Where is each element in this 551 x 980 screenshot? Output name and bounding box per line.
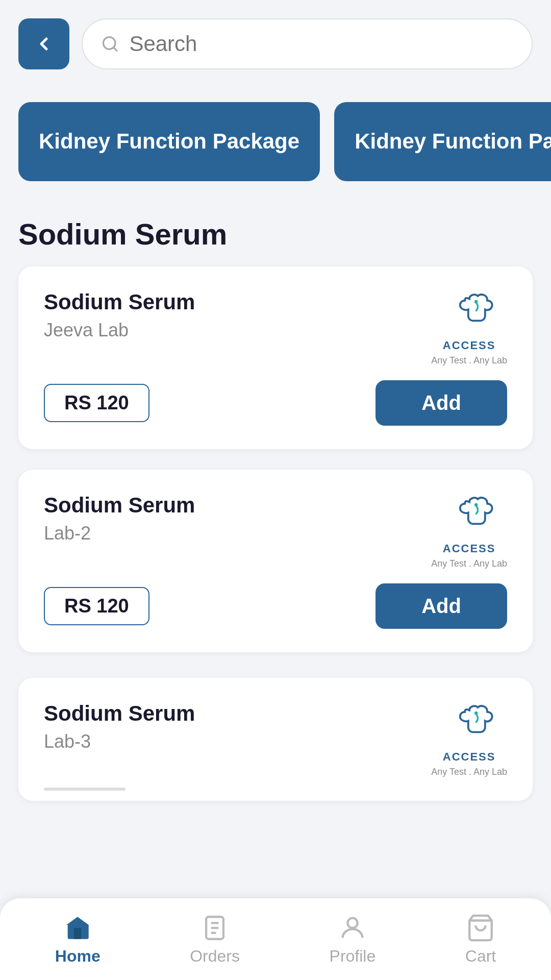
add-button-0[interactable]: Add: [375, 380, 507, 426]
access-logo-icon-1: [441, 493, 497, 539]
lab-card-top-0: Sodium Serum Jeeva Lab ACCESS Any Test .…: [44, 290, 507, 366]
lab-card-lab-1: Lab-2: [44, 523, 195, 544]
bottom-nav: Home Orders Profile Cart: [0, 898, 551, 980]
lab-card-top-2: Sodium Serum Lab-3 ACCESS Any Test . Any…: [44, 701, 507, 777]
nav-item-home[interactable]: Home: [55, 913, 101, 966]
package-card-2[interactable]: Kidney Function Package: [334, 102, 551, 181]
package-card-label-1: Kidney Function Package: [39, 128, 299, 156]
lab-card-top-1: Sodium Serum Lab-2 ACCESS Any Test . Any…: [44, 493, 507, 569]
package-card-label-2: Kidney Function Package: [355, 128, 551, 156]
lab-logo-text-2: ACCESS: [443, 750, 496, 764]
lab-card-2-partial: Sodium Serum Lab-3 ACCESS Any Test . Any…: [18, 678, 533, 801]
add-button-1[interactable]: Add: [375, 583, 507, 629]
svg-point-4: [474, 711, 478, 715]
access-logo-icon-2: [441, 701, 497, 747]
header: [0, 0, 551, 82]
svg-line-1: [114, 47, 117, 51]
price-badge-0: RS 120: [44, 384, 149, 422]
search-input[interactable]: [129, 32, 513, 56]
lab-logo-2: ACCESS Any Test . Any Lab: [431, 701, 507, 777]
access-logo-icon-0: [441, 290, 497, 336]
lab-logo-subtext-2: Any Test . Any Lab: [431, 767, 507, 777]
lab-logo-1: ACCESS Any Test . Any Lab: [431, 493, 507, 569]
svg-point-3: [474, 503, 478, 506]
lab-logo-text-0: ACCESS: [443, 339, 496, 352]
lab-logo-subtext-0: Any Test . Any Lab: [431, 355, 507, 366]
package-card-1[interactable]: Kidney Function Package: [18, 102, 320, 181]
lab-logo-text-1: ACCESS: [443, 542, 496, 555]
lab-card-lab-2: Lab-3: [44, 731, 195, 752]
lab-card-info-0: Sodium Serum Jeeva Lab: [44, 290, 195, 341]
lab-card-0: Sodium Serum Jeeva Lab ACCESS Any Test .…: [18, 266, 533, 449]
home-icon: [63, 913, 92, 943]
lab-logo-subtext-1: Any Test . Any Lab: [431, 558, 507, 569]
lab-card-name-2: Sodium Serum: [44, 701, 195, 726]
lab-card-bottom-1: RS 120 Add: [44, 583, 507, 629]
orders-icon: [200, 913, 230, 943]
lab-card-info-2: Sodium Serum Lab-3: [44, 701, 195, 752]
lab-card-bottom-0: RS 120 Add: [44, 380, 507, 426]
packages-carousel: Kidney Function Package Kidney Function …: [0, 82, 551, 191]
price-badge-1: RS 120: [44, 587, 149, 625]
cart-icon: [466, 913, 495, 943]
cards-container: Sodium Serum Jeeva Lab ACCESS Any Test .…: [0, 261, 551, 657]
nav-label-cart: Cart: [465, 947, 496, 966]
svg-point-9: [347, 918, 357, 927]
lab-card-lab-0: Jeeva Lab: [44, 320, 195, 341]
search-icon: [101, 34, 119, 54]
nav-item-cart[interactable]: Cart: [465, 913, 496, 966]
svg-point-2: [474, 300, 478, 303]
back-button[interactable]: [18, 18, 69, 69]
lab-logo-0: ACCESS Any Test . Any Lab: [431, 290, 507, 366]
lab-card-info-1: Sodium Serum Lab-2: [44, 493, 195, 544]
nav-item-profile[interactable]: Profile: [330, 913, 376, 966]
nav-label-orders: Orders: [190, 947, 240, 966]
profile-icon: [338, 913, 367, 943]
nav-label-home: Home: [55, 947, 101, 966]
section-title: Sodium Serum: [0, 191, 551, 261]
lab-card-1: Sodium Serum Lab-2 ACCESS Any Test . Any…: [18, 470, 533, 652]
lab-card-name-0: Sodium Serum: [44, 290, 195, 314]
nav-item-orders[interactable]: Orders: [190, 913, 240, 966]
search-bar[interactable]: [82, 18, 533, 69]
nav-label-profile: Profile: [330, 947, 376, 966]
lab-card-name-1: Sodium Serum: [44, 493, 195, 518]
